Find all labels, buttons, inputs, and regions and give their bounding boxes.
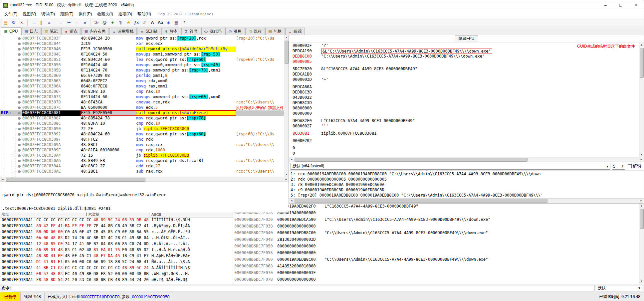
memory-row[interactable]: 00007FFD18DA1D1 41 81 E105 00 00 C066 89… (0, 259, 233, 265)
tab-script[interactable]: §脚本 (161, 28, 181, 35)
patch-icon[interactable]: + (109, 19, 116, 26)
fx-icon[interactable]: ƒx (133, 19, 140, 26)
scrollbar-thumb[interactable] (295, 199, 547, 203)
maximize-button[interactable]: □ (613, 0, 628, 10)
argument-row[interactable]: 5: [rsp+20] 0000019A0EDB8C00 0000019A0ED… (291, 193, 642, 198)
breakpoint-dot[interactable] (18, 37, 21, 40)
disasm-row[interactable]: 00007FFCC8C0307848:0F43CAcmovae rcx,rdxr… (0, 100, 284, 105)
scroll-up-icon[interactable] (284, 35, 289, 40)
font-icon[interactable]: Aa (157, 19, 164, 26)
disasm-row[interactable]: 00007FFCC8C0305148:8D4C24 60lea rcx,qwor… (0, 57, 284, 63)
registers-scrollbar[interactable] (639, 43, 644, 157)
registers-hscrollbar[interactable] (289, 157, 644, 162)
breakpoint-dot[interactable] (18, 160, 21, 162)
memory-row[interactable]: 00007FFD18DA166 89 01 4883 C1 02 4883 EA… (0, 247, 233, 253)
disasm-row[interactable]: 00007FFCC8C0309748:FFC2inc rdx (0, 137, 284, 142)
register-row[interactable]: 00000000 (293, 106, 639, 111)
calling-convention-select[interactable]: 默认 (x64 fastcall) (291, 163, 610, 170)
tab-notes[interactable]: ▥笔记 (41, 28, 61, 35)
menu-item-view[interactable]: 视图(V) (20, 11, 39, 17)
register-row[interactable]: 00000005 (293, 59, 639, 65)
breakpoint-dot[interactable] (18, 69, 21, 72)
menu-item-plugins[interactable]: 插件(P) (76, 11, 95, 17)
tab-symbols[interactable]: Σ符号 (181, 28, 201, 35)
breakpoint-dot[interactable] (18, 90, 21, 93)
arguments-hscrollbar[interactable] (289, 198, 644, 203)
disasm-row[interactable]: 00007FFCC8C030A472 15jb ziplib.7FFCC8C03… (0, 153, 284, 158)
hide-fpu-button[interactable]: 隐藏FPU (455, 35, 478, 42)
tab-trace-tab[interactable]: →跟踪 (285, 28, 305, 35)
stack-row[interactable]: 0000008B6DC7F0380000000000000000 (233, 224, 639, 230)
disassembly-view[interactable]: 00007FFCC8C0303F48:894C24 20mov qword pt… (0, 35, 284, 177)
argument-row[interactable]: 4: r9 0000019A0EDB8C3D 0000019A0EDB8C3D (291, 187, 642, 193)
memory-row[interactable]: 00007FFD18DA1F8 48 8D 5424 20 33 C048 8B… (0, 277, 233, 283)
disasm-row[interactable]: 00007FFCC8C0304C0F104C24 50movups xmm1,x… (0, 52, 284, 57)
settings-icon[interactable]: * (181, 19, 188, 26)
disasm-row[interactable]: 00007FFCC8C030AA48:83C2 27add rdx,27 (0, 164, 284, 169)
graph-icon[interactable]: ◈ (165, 19, 172, 26)
register-row[interactable]: DEDA82F0L"C163CCC5-A7A4-4A99-8CE3-0000D0… (293, 118, 639, 124)
disasm-row[interactable]: 00007FFCC8C0303F48:894C24 20mov qword pt… (0, 36, 284, 41)
stack-row[interactable]: 0000008B6DC7F0300000019A0EDCA590L"C:\\Us… (233, 217, 639, 224)
scroll-left-icon[interactable] (289, 157, 294, 162)
calculator-icon[interactable]: # (141, 19, 148, 26)
menu-item-file[interactable]: 文件(F) (2, 11, 20, 17)
register-row[interactable]: 8C03081ziplib.00007FFCC8C03081 (293, 131, 639, 136)
stack-row[interactable]: 0000008B6DC7F048281303040000003D (233, 237, 639, 244)
comment-icon[interactable]: ¶ (117, 19, 124, 26)
run-icon[interactable]: → (30, 19, 37, 26)
tab-source[interactable]: <>源代码 (201, 28, 225, 35)
register-row[interactable]: 00000202 (293, 138, 639, 144)
tab-log[interactable]: ▤日志 (21, 28, 41, 35)
register-row[interactable]: DEDB8C3D (293, 90, 639, 95)
tab-threads[interactable]: ⇉线程 (245, 28, 265, 35)
breakpoint-dot[interactable] (18, 80, 21, 82)
stack-rows[interactable]: 0000008B6DC7F0200000019A0EDA82F0L"C163CC… (233, 204, 639, 284)
breakpoint-dot[interactable] (18, 138, 21, 141)
scroll-down-icon[interactable] (639, 152, 644, 157)
command-profile-combo[interactable]: 默认 (596, 285, 642, 291)
breakpoint-dot[interactable] (18, 106, 21, 109)
register-row[interactable]: 00000000 (293, 111, 639, 116)
register-row[interactable]: 0 (293, 151, 639, 156)
tab-call-stack[interactable]: ≡调用堆栈 (109, 28, 137, 35)
assemble-icon[interactable]: A (149, 19, 156, 26)
disasm-row[interactable]: 00007FFCC8C0306066:0F73D9 08psrldq xmm1,… (0, 73, 284, 78)
memory-row[interactable]: 00007FFD18DA18D 42 FF 41BA FE FF FF7F 44… (0, 224, 233, 229)
disasm-row[interactable]: 00007FFCC8C030730F114424 60movups xmmwor… (0, 94, 284, 100)
stack-row[interactable]: 0000008B6DC7F0600000019A0EDB8C00"C:\\Use… (233, 257, 639, 264)
scroll-right-icon[interactable] (639, 157, 644, 162)
parameter-link[interactable]: 0000019A0ED90B50 (132, 295, 169, 299)
scrollbar-thumb[interactable] (295, 158, 528, 162)
scroll-up-icon[interactable] (639, 43, 644, 47)
attach-icon[interactable]: @ (101, 19, 108, 26)
breakpoint-dot[interactable] (18, 149, 21, 152)
register-row[interactable]: DEDB8C3D (293, 100, 639, 106)
scroll-down-icon[interactable] (284, 172, 289, 177)
breakpoint-dot[interactable] (18, 43, 21, 45)
breakpoint-dot[interactable] (18, 117, 21, 120)
disasm-row[interactable]: 00007FFCC8C030656648:0F7EC2movq rdx,xmm0 (0, 78, 284, 84)
scroll-right-icon[interactable] (284, 177, 289, 182)
register-row[interactable]: 043D0022 (293, 95, 639, 100)
breakpoint-dot[interactable] (18, 64, 21, 67)
register-row[interactable]: DEDCA60A (293, 84, 639, 90)
tab-handles[interactable]: ▤句柄 (265, 28, 285, 35)
breakpoint-dot[interactable] (18, 170, 21, 173)
breakpoint-dot[interactable] (18, 133, 21, 136)
tab-cpu[interactable]: ▣CPU (1, 27, 21, 35)
stack-row[interactable]: 0000008B6DC7F0500000000000000000 (233, 244, 639, 250)
register-row[interactable]: 0 (293, 146, 639, 151)
disasm-row[interactable]: 00007FFCC8C0309E48:81FA 00100000cmp rdx,… (0, 148, 284, 153)
step-into-icon[interactable]: ↓ (57, 19, 65, 26)
memory-row[interactable]: 00007FFD18DA148 8D 41 FE48 0F 45 C148 F7… (0, 253, 233, 259)
scroll-up-icon[interactable] (639, 204, 644, 208)
unlock-checkbox[interactable] (628, 164, 632, 168)
scroll-down-icon[interactable] (639, 279, 644, 284)
memory-map-icon[interactable]: ▦ (173, 19, 180, 26)
disasm-row[interactable]: 00007FFCC8C03046FF15 1C300500call qword … (0, 47, 284, 52)
register-row[interactable]: 00000027''' (293, 124, 639, 129)
close-debuggee-icon[interactable]: × (18, 19, 25, 26)
tab-references[interactable]: ◎引用 (225, 28, 245, 35)
memory-row[interactable]: 00007FFD18DA141 8B C1 C3CC CC CC CCCC CC… (0, 265, 233, 271)
